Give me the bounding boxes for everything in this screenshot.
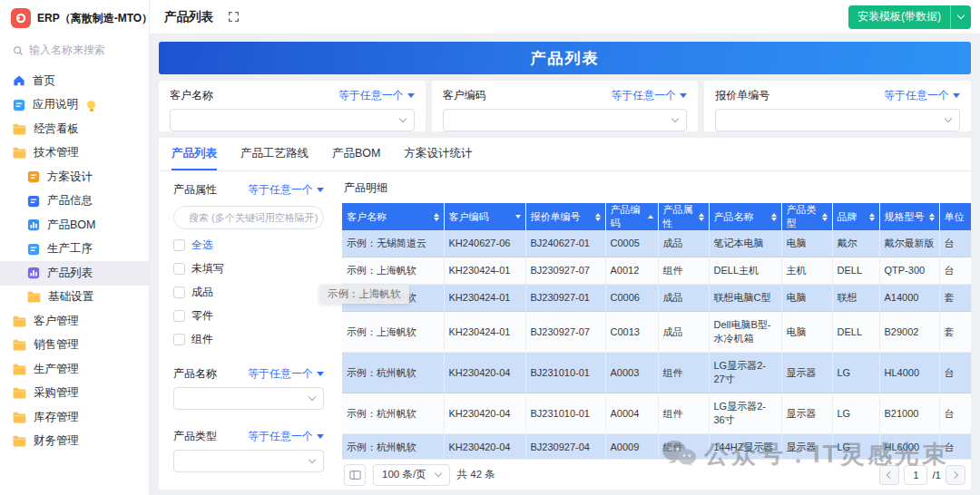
sidebar-item-经营看板[interactable]: 经营看板 [0,117,149,141]
column-header-单位[interactable]: 单位 [939,203,971,230]
table-cell[interactable]: DELL [832,312,879,353]
table-cell[interactable]: 示例：杭州帆软 [342,393,444,434]
sidebar-item-应用说明[interactable]: 应用说明 [0,93,149,118]
table-cell[interactable]: 台 [939,353,971,393]
select-产品名称[interactable] [173,387,324,410]
column-header-产品名称[interactable]: 产品名称 [709,203,781,230]
install-template-dropdown[interactable] [951,5,971,29]
table-cell[interactable]: B29002 [879,312,939,353]
table-cell[interactable]: DELL主机 [709,257,781,285]
sidebar-item-财务管理[interactable]: 财务管理 [0,430,149,454]
table-cell[interactable]: HL4000 [879,353,939,393]
column-header-客户编码[interactable]: 客户编码 [444,203,525,230]
table-cell[interactable]: 组件 [658,393,709,434]
table-cell[interactable]: 成品 [658,285,709,312]
filter-select-客户编码[interactable] [443,109,688,131]
table-cell[interactable]: 台 [939,230,971,257]
prev-page-button[interactable] [879,465,899,485]
tab-产品列表[interactable]: 产品列表 [172,138,217,170]
filter-select-报价单编号[interactable] [715,109,960,131]
column-header-规格型号[interactable]: 规格型号 [879,203,939,230]
table-cell[interactable]: 套 [939,312,971,353]
checkbox[interactable] [173,263,185,275]
sort-icon[interactable] [699,213,704,221]
attribute-search-input[interactable]: 搜索 (多个关键词用空格隔开) [173,206,324,229]
table-cell[interactable]: A0012 [605,257,658,285]
tab-产品工艺路线[interactable]: 产品工艺路线 [240,138,309,170]
sidebar-item-产品列表[interactable]: 产品列表 [0,261,149,286]
sort-icon[interactable] [822,213,828,221]
sidebar-item-采购管理[interactable]: 采购管理 [0,382,149,406]
table-cell[interactable]: 电脑 [781,285,832,312]
select-operator-link[interactable]: 等于任意一个 [248,366,324,382]
table-cell[interactable]: 戴尔 [832,230,879,257]
table-cell[interactable]: KH230420-04 [444,393,525,434]
table-cell[interactable]: KH230424-01 [444,285,525,312]
sort-icon[interactable] [929,213,935,221]
sidebar-item-销售管理[interactable]: 销售管理 [0,334,149,358]
table-cell[interactable]: LG [832,393,879,434]
table-cell[interactable]: Dell电脑B型-水冷机箱 [709,312,781,353]
table-cell[interactable]: C0013 [605,312,658,353]
table-cell[interactable]: BJ231010-01 [525,353,605,393]
sidebar-search-input[interactable]: 输入名称来搜索 [0,35,149,67]
table-cell[interactable]: KH230420-04 [444,353,525,393]
table-cell[interactable]: 显示器 [781,353,832,393]
table-row[interactable]: 示例：杭州帆软KH230420-04BJ231010-01A0004组件LG显示… [342,393,971,434]
tab-方案设计统计[interactable]: 方案设计统计 [404,138,472,170]
table-cell[interactable]: LG显示器2-36寸 [709,393,781,434]
table-row[interactable]: 示例：杭州帆软KH230420-04BJ231010-01A0003组件LG显示… [342,353,971,393]
sidebar-item-产品BOM[interactable]: 产品BOM [0,213,149,238]
sidebar-item-客户管理[interactable]: 客户管理 [0,309,149,334]
table-cell[interactable]: 示例：杭州帆软 [342,434,444,460]
table-cell[interactable]: A14000 [879,285,939,312]
table-cell[interactable]: 示例：杭州帆软 [342,353,444,393]
table-cell[interactable]: 电脑 [781,312,832,353]
sort-icon[interactable] [869,213,875,221]
table-cell[interactable]: HL6000 [879,434,939,460]
table-cell[interactable]: 联想电脑C型 [709,285,781,312]
table-cell[interactable]: 主机 [781,257,832,285]
next-page-button[interactable] [946,465,965,485]
column-header-客户名称[interactable]: 客户名称 [342,203,444,230]
column-settings-button[interactable] [344,464,366,486]
page-size-select[interactable]: 100 条/页 [373,464,450,486]
sort-icon[interactable] [595,213,601,221]
checkbox[interactable] [173,239,185,251]
column-header-产品类型[interactable]: 产品类型 [781,203,832,230]
table-cell[interactable]: 144HZ显示器 [709,434,781,460]
table-cell[interactable]: KH230424-01 [444,257,525,285]
sidebar-item-基础设置[interactable]: 基础设置 [0,286,149,310]
table-cell[interactable]: BJ230927-07 [525,257,605,285]
table-cell[interactable]: BJ230927-01 [525,285,605,312]
column-header-品牌[interactable]: 品牌 [832,203,879,230]
column-header-产品属性[interactable]: 产品属性 [658,203,709,230]
table-cell[interactable]: 示例：上海帆软 [342,312,444,353]
table-cell[interactable]: A0003 [605,353,658,393]
table-row[interactable]: 示例：无锡简道云KH240627-06BJ240627-01C0005成品笔记本… [342,230,971,257]
table-cell[interactable]: B21000 [879,393,939,434]
select-operator-link[interactable]: 等于任意一个 [248,429,324,444]
install-template-label[interactable]: 安装模板(带数据) [848,5,951,29]
table-row[interactable]: 示例：上海帆软KH230424-01BJ230927-07A0012组件DELL… [342,257,971,285]
table-cell[interactable]: 戴尔最新版 [879,230,939,257]
table-cell[interactable]: 显示器 [781,434,832,460]
checkbox[interactable] [173,286,185,298]
sidebar-item-方案设计[interactable]: 方案设计 [0,165,149,189]
sidebar-item-产品信息[interactable]: 产品信息 [0,189,149,214]
table-cell[interactable]: 组件 [658,257,709,285]
sidebar-item-库存管理[interactable]: 库存管理 [0,405,149,430]
table-cell[interactable]: 显示器 [781,393,832,434]
table-cell[interactable]: A0009 [605,434,658,460]
table-cell[interactable]: KH240627-06 [444,230,525,257]
checkbox-item-零件[interactable]: 零件 [173,308,324,324]
sort-icon[interactable] [434,213,439,221]
table-cell[interactable]: 套 [939,285,971,312]
filter-operator-link[interactable]: 等于任意一个 [611,88,687,103]
sort-icon[interactable] [515,215,521,218]
sidebar-item-技术管理[interactable]: 技术管理 [0,141,149,166]
table-cell[interactable]: A0004 [605,393,658,434]
install-template-button[interactable]: 安装模板(带数据) [848,5,971,29]
checkbox[interactable] [173,334,185,345]
checkbox-item-组件[interactable]: 组件 [173,332,324,347]
